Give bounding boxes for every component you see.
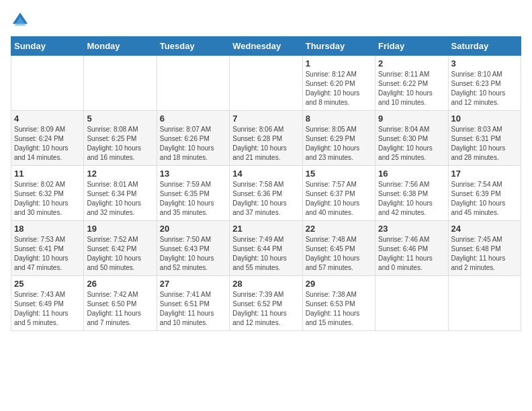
calendar-cell: 14Sunrise: 7:58 AMSunset: 6:36 PMDayligh… (230, 166, 302, 221)
day-info: Sunrise: 7:42 AMSunset: 6:50 PMDaylight:… (87, 290, 153, 328)
day-info: Sunrise: 7:41 AMSunset: 6:51 PMDaylight:… (160, 290, 226, 328)
calendar-cell (448, 276, 521, 331)
day-info: Sunrise: 7:56 AMSunset: 6:38 PMDaylight:… (378, 180, 445, 218)
calendar-cell: 16Sunrise: 7:56 AMSunset: 6:38 PMDayligh… (375, 166, 448, 221)
day-number: 12 (87, 169, 153, 179)
day-number: 7 (232, 113, 299, 124)
calendar-cell (11, 56, 84, 111)
calendar-week-1: 1Sunrise: 8:12 AMSunset: 6:20 PMDaylight… (11, 56, 521, 111)
day-info: Sunrise: 8:05 AMSunset: 6:29 PMDaylight:… (306, 125, 372, 163)
calendar-cell: 21Sunrise: 7:49 AMSunset: 6:44 PMDayligh… (230, 221, 302, 276)
day-number: 13 (160, 169, 226, 179)
day-number: 4 (14, 113, 81, 124)
day-number: 9 (378, 113, 445, 124)
calendar-week-5: 25Sunrise: 7:43 AMSunset: 6:49 PMDayligh… (11, 276, 521, 331)
day-info: Sunrise: 7:39 AMSunset: 6:52 PMDaylight:… (232, 290, 299, 328)
day-info: Sunrise: 7:43 AMSunset: 6:49 PMDaylight:… (14, 290, 81, 328)
calendar-week-2: 4Sunrise: 8:09 AMSunset: 6:24 PMDaylight… (11, 111, 521, 166)
day-info: Sunrise: 7:53 AMSunset: 6:41 PMDaylight:… (14, 235, 81, 273)
calendar-cell: 3Sunrise: 8:10 AMSunset: 6:23 PMDaylight… (448, 56, 521, 111)
calendar-cell: 27Sunrise: 7:41 AMSunset: 6:51 PMDayligh… (157, 276, 229, 331)
calendar-cell: 4Sunrise: 8:09 AMSunset: 6:24 PMDaylight… (11, 111, 84, 166)
calendar-cell: 20Sunrise: 7:50 AMSunset: 6:43 PMDayligh… (157, 221, 229, 276)
day-number: 15 (306, 169, 372, 179)
calendar-cell (157, 56, 229, 111)
calendar-cell: 5Sunrise: 8:08 AMSunset: 6:25 PMDaylight… (84, 111, 157, 166)
day-info: Sunrise: 7:38 AMSunset: 6:53 PMDaylight:… (306, 290, 372, 328)
day-number: 11 (14, 169, 81, 179)
calendar-cell: 6Sunrise: 8:07 AMSunset: 6:26 PMDaylight… (157, 111, 229, 166)
calendar-header: SundayMondayTuesdayWednesdayThursdayFrid… (11, 37, 521, 56)
day-info: Sunrise: 7:48 AMSunset: 6:45 PMDaylight:… (306, 235, 372, 273)
day-number: 25 (14, 279, 81, 289)
day-number: 10 (451, 113, 518, 124)
calendar-cell: 2Sunrise: 8:11 AMSunset: 6:22 PMDaylight… (375, 56, 448, 111)
day-number: 28 (232, 279, 299, 289)
day-number: 21 (232, 224, 299, 234)
day-info: Sunrise: 7:58 AMSunset: 6:36 PMDaylight:… (232, 180, 299, 218)
calendar-cell: 15Sunrise: 7:57 AMSunset: 6:37 PMDayligh… (302, 166, 375, 221)
day-info: Sunrise: 7:52 AMSunset: 6:42 PMDaylight:… (87, 235, 153, 273)
day-info: Sunrise: 8:04 AMSunset: 6:30 PMDaylight:… (378, 125, 445, 163)
header-day-wednesday: Wednesday (230, 37, 302, 56)
logo-icon (11, 11, 30, 30)
day-info: Sunrise: 8:01 AMSunset: 6:34 PMDaylight:… (87, 180, 153, 218)
calendar-cell: 10Sunrise: 8:03 AMSunset: 6:31 PMDayligh… (448, 111, 521, 166)
day-number: 26 (87, 279, 153, 289)
day-info: Sunrise: 8:09 AMSunset: 6:24 PMDaylight:… (14, 125, 81, 163)
day-info: Sunrise: 8:07 AMSunset: 6:26 PMDaylight:… (160, 125, 226, 163)
day-number: 18 (14, 224, 81, 234)
day-info: Sunrise: 7:54 AMSunset: 6:39 PMDaylight:… (451, 180, 518, 218)
day-number: 24 (451, 224, 518, 234)
calendar-cell (84, 56, 157, 111)
day-info: Sunrise: 8:10 AMSunset: 6:23 PMDaylight:… (451, 70, 518, 107)
day-number: 19 (87, 224, 153, 234)
day-number: 23 (378, 224, 445, 234)
calendar-cell: 8Sunrise: 8:05 AMSunset: 6:29 PMDaylight… (302, 111, 375, 166)
calendar-cell (230, 56, 302, 111)
calendar-body: 1Sunrise: 8:12 AMSunset: 6:20 PMDaylight… (11, 56, 521, 331)
calendar-cell: 7Sunrise: 8:06 AMSunset: 6:28 PMDaylight… (230, 111, 302, 166)
day-number: 2 (378, 58, 445, 68)
logo (11, 11, 32, 30)
calendar-week-3: 11Sunrise: 8:02 AMSunset: 6:32 PMDayligh… (11, 166, 521, 221)
header-day-friday: Friday (375, 37, 448, 56)
header-day-sunday: Sunday (11, 37, 84, 56)
calendar-cell: 18Sunrise: 7:53 AMSunset: 6:41 PMDayligh… (11, 221, 84, 276)
day-info: Sunrise: 7:59 AMSunset: 6:35 PMDaylight:… (160, 180, 226, 218)
calendar-cell: 11Sunrise: 8:02 AMSunset: 6:32 PMDayligh… (11, 166, 84, 221)
day-number: 8 (306, 113, 372, 124)
header-day-monday: Monday (84, 37, 157, 56)
header-day-saturday: Saturday (448, 37, 521, 56)
day-number: 1 (306, 58, 372, 68)
day-number: 22 (306, 224, 372, 234)
day-number: 17 (451, 169, 518, 179)
calendar-cell: 29Sunrise: 7:38 AMSunset: 6:53 PMDayligh… (302, 276, 375, 331)
day-info: Sunrise: 7:45 AMSunset: 6:48 PMDaylight:… (451, 235, 518, 273)
day-info: Sunrise: 8:12 AMSunset: 6:20 PMDaylight:… (306, 70, 372, 107)
day-info: Sunrise: 7:49 AMSunset: 6:44 PMDaylight:… (232, 235, 299, 273)
day-info: Sunrise: 7:57 AMSunset: 6:37 PMDaylight:… (306, 180, 372, 218)
calendar-table: SundayMondayTuesdayWednesdayThursdayFrid… (11, 36, 521, 331)
day-info: Sunrise: 7:46 AMSunset: 6:46 PMDaylight:… (378, 235, 445, 273)
day-number: 20 (160, 224, 226, 234)
day-number: 14 (232, 169, 299, 179)
header-day-tuesday: Tuesday (157, 37, 229, 56)
day-number: 6 (160, 113, 226, 124)
day-info: Sunrise: 8:08 AMSunset: 6:25 PMDaylight:… (87, 125, 153, 163)
calendar-cell: 24Sunrise: 7:45 AMSunset: 6:48 PMDayligh… (448, 221, 521, 276)
day-number: 16 (378, 169, 445, 179)
calendar-cell: 28Sunrise: 7:39 AMSunset: 6:52 PMDayligh… (230, 276, 302, 331)
calendar-cell: 19Sunrise: 7:52 AMSunset: 6:42 PMDayligh… (84, 221, 157, 276)
calendar-cell: 17Sunrise: 7:54 AMSunset: 6:39 PMDayligh… (448, 166, 521, 221)
calendar-cell: 12Sunrise: 8:01 AMSunset: 6:34 PMDayligh… (84, 166, 157, 221)
day-info: Sunrise: 7:50 AMSunset: 6:43 PMDaylight:… (160, 235, 226, 273)
day-info: Sunrise: 8:02 AMSunset: 6:32 PMDaylight:… (14, 180, 81, 218)
calendar-cell: 23Sunrise: 7:46 AMSunset: 6:46 PMDayligh… (375, 221, 448, 276)
day-number: 3 (451, 58, 518, 68)
calendar-week-4: 18Sunrise: 7:53 AMSunset: 6:41 PMDayligh… (11, 221, 521, 276)
calendar-cell: 25Sunrise: 7:43 AMSunset: 6:49 PMDayligh… (11, 276, 84, 331)
header-day-thursday: Thursday (302, 37, 375, 56)
calendar-cell: 1Sunrise: 8:12 AMSunset: 6:20 PMDaylight… (302, 56, 375, 111)
calendar-cell: 13Sunrise: 7:59 AMSunset: 6:35 PMDayligh… (157, 166, 229, 221)
